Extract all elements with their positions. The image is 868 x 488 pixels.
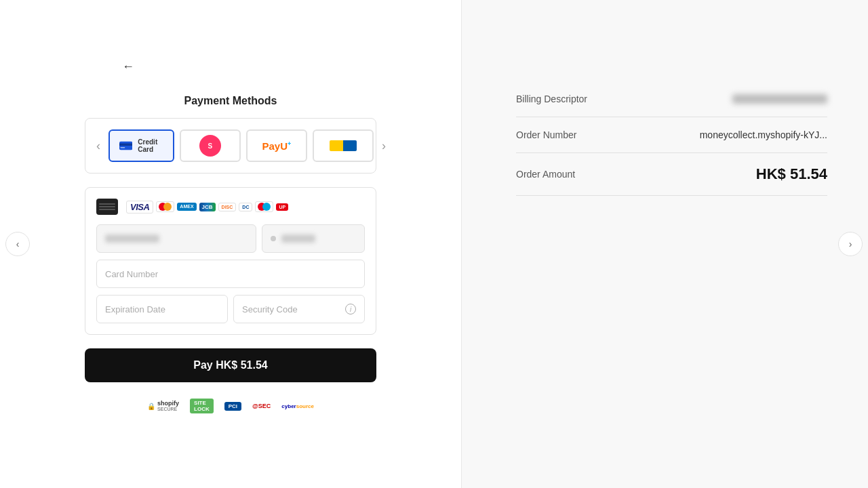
left-panel: ← Payment Methods ‹ Credit Card S xyxy=(0,0,461,488)
card-number-label: Card Number xyxy=(105,269,158,279)
order-number-value: moneycollect.myshopify-kYJ... xyxy=(700,129,827,140)
lock-icon: 🔒 xyxy=(147,403,155,410)
billing-descriptor-label: Billing Descriptor xyxy=(516,94,587,104)
mastercard-icon xyxy=(156,201,174,212)
jcb-icon: JCB xyxy=(199,203,216,211)
order-amount-label: Order Amount xyxy=(516,169,575,180)
right-panel: Billing Descriptor Order Number moneycol… xyxy=(461,0,868,488)
svg-rect-1 xyxy=(119,144,132,146)
pci-badge: PCI xyxy=(224,402,241,411)
amex-icon: AMEX xyxy=(177,203,196,211)
first-name-field[interactable] xyxy=(96,224,256,253)
security-code-field[interactable]: Security Code i xyxy=(233,295,365,323)
satispay-icon: S xyxy=(199,135,221,157)
svg-rect-2 xyxy=(120,147,125,148)
footer-badges: 🔒 shopify SECURE SITELOCK PCI @SEC cyber… xyxy=(147,399,314,413)
discover-icon: DISC xyxy=(218,203,237,211)
bancontact-icon xyxy=(330,140,357,151)
payment-option-payu[interactable]: PayU+ xyxy=(246,129,307,162)
payment-option-satispay[interactable]: S xyxy=(180,129,241,162)
card-icons-row: VISA AMEX JCB DISC DC UP xyxy=(96,199,365,215)
cybersource-badge: cybersource xyxy=(281,403,314,409)
payment-options: Credit Card S PayU+ xyxy=(108,129,374,162)
carousel-next-button[interactable]: › xyxy=(379,136,389,156)
shopify-secure-badge: 🔒 shopify SECURE xyxy=(147,401,179,411)
asec-badge: @SEC xyxy=(252,403,271,409)
order-number-row: Order Number moneycollect.myshopify-kYJ.… xyxy=(516,117,827,153)
billing-descriptor-row: Billing Descriptor xyxy=(516,81,827,117)
order-amount-value: HK$ 51.54 xyxy=(756,165,827,183)
payment-methods-title: Payment Methods xyxy=(184,95,277,107)
billing-descriptor-value xyxy=(732,94,827,104)
page-prev-arrow[interactable]: ‹ xyxy=(5,232,30,256)
payment-option-credit-card[interactable]: Credit Card xyxy=(108,129,174,162)
visa-icon: VISA xyxy=(126,201,153,214)
security-label: Security Code xyxy=(242,304,298,314)
expiry-security-row: Expiration Date Security Code i xyxy=(96,295,365,323)
expiry-date-field[interactable]: Expiration Date xyxy=(96,295,228,323)
order-number-label: Order Number xyxy=(516,129,576,140)
card-number-field[interactable]: Card Number xyxy=(96,260,365,288)
expiry-label: Expiration Date xyxy=(105,304,165,314)
carousel-prev-button[interactable]: ‹ xyxy=(94,136,103,156)
card-chip-icon xyxy=(96,199,118,215)
pay-button[interactable]: Pay HK$ 51.54 xyxy=(85,348,376,382)
security-info-icon[interactable]: i xyxy=(345,304,356,314)
payu-icon: PayU+ xyxy=(262,140,292,152)
sitelock-badge: SITELOCK xyxy=(190,399,214,413)
name-fields-row xyxy=(96,224,365,253)
payment-carousel: ‹ Credit Card S PayU+ xyxy=(85,118,376,174)
unionpay-icon: UP xyxy=(276,203,288,211)
maestro-icon xyxy=(255,201,273,212)
diners-icon: DC xyxy=(239,203,252,211)
last-name-field[interactable] xyxy=(262,224,365,253)
credit-card-icon: Credit Card xyxy=(119,138,163,153)
order-amount-row: Order Amount HK$ 51.54 xyxy=(516,153,827,196)
payment-option-bancontact[interactable] xyxy=(313,129,374,162)
back-button[interactable]: ← xyxy=(122,60,134,74)
page-next-arrow[interactable]: › xyxy=(838,232,863,256)
card-form-container: VISA AMEX JCB DISC DC UP Card N xyxy=(85,187,376,335)
